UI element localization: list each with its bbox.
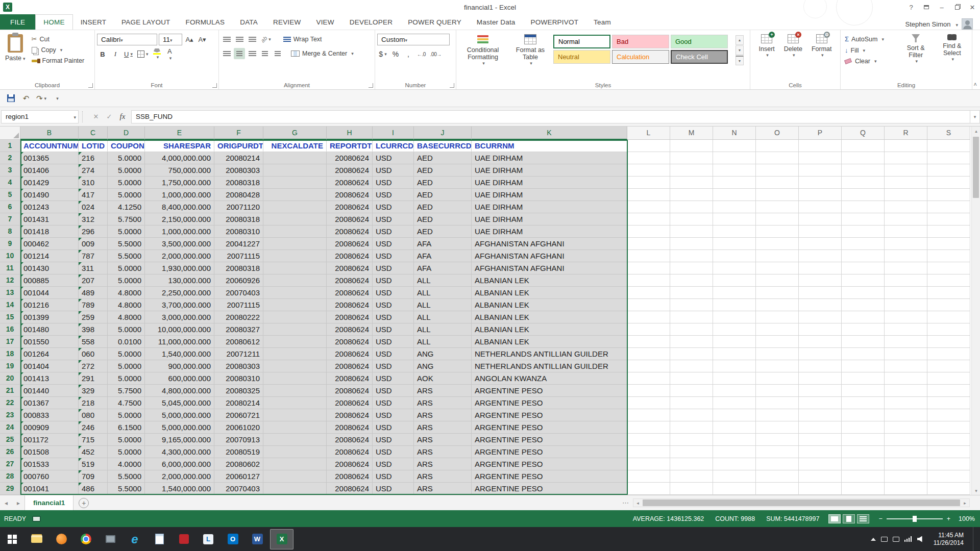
cell[interactable]: 558: [79, 336, 108, 348]
customize-qat-button[interactable]: [50, 92, 63, 105]
cell[interactable]: [842, 274, 885, 287]
cell[interactable]: [799, 311, 842, 323]
cell[interactable]: [263, 336, 327, 348]
cell[interactable]: 001429: [20, 177, 79, 189]
ribbon-tab-view[interactable]: VIEW: [308, 14, 341, 30]
cell[interactable]: USD: [373, 458, 414, 470]
cell[interactable]: 20080624: [327, 287, 373, 299]
cell[interactable]: 1,540,000.000: [145, 483, 214, 495]
row-header-25[interactable]: 25: [0, 434, 20, 446]
cell[interactable]: 5,045,000.000: [145, 397, 214, 409]
cell[interactable]: [263, 152, 327, 164]
cell[interactable]: [627, 360, 670, 372]
cell[interactable]: [927, 287, 970, 299]
cell[interactable]: 1,000,000.000: [145, 189, 214, 201]
cell[interactable]: 5.5000: [108, 250, 145, 262]
cell[interactable]: [927, 189, 970, 201]
cell[interactable]: USD: [373, 201, 414, 213]
cell[interactable]: ALL: [414, 311, 472, 323]
cell[interactable]: [263, 299, 327, 311]
cell[interactable]: [885, 470, 927, 483]
cell[interactable]: 0.0100: [108, 336, 145, 348]
tab-scroll-splitter[interactable]: ⋯: [622, 499, 629, 507]
row-header-16[interactable]: 16: [0, 323, 20, 336]
scroll-left-icon[interactable]: ◂: [633, 499, 642, 507]
row-header-26[interactable]: 26: [0, 446, 20, 458]
cell[interactable]: [927, 372, 970, 385]
cell[interactable]: 20080428: [214, 189, 263, 201]
cell[interactable]: ARS: [414, 446, 472, 458]
cell[interactable]: [263, 348, 327, 360]
column-header-M[interactable]: M: [670, 127, 713, 140]
cell[interactable]: [263, 434, 327, 446]
cell[interactable]: [927, 336, 970, 348]
cell[interactable]: 20080624: [327, 483, 373, 495]
cell[interactable]: [627, 409, 670, 421]
cell[interactable]: 216: [79, 152, 108, 164]
cell[interactable]: [670, 164, 713, 177]
italic-button[interactable]: I: [110, 48, 121, 60]
column-header-E[interactable]: E: [145, 127, 214, 140]
cell[interactable]: 5.0000: [108, 262, 145, 274]
cell[interactable]: [885, 446, 927, 458]
cell[interactable]: [799, 299, 842, 311]
cell[interactable]: [756, 140, 799, 152]
cell[interactable]: [927, 213, 970, 226]
cell[interactable]: 4.8000: [108, 287, 145, 299]
row-header-24[interactable]: 24: [0, 421, 20, 434]
cell[interactable]: 207: [79, 274, 108, 287]
cell[interactable]: 000909: [20, 421, 79, 434]
cell[interactable]: 20080303: [214, 360, 263, 372]
align-right-button[interactable]: [247, 48, 258, 59]
row-header-20[interactable]: 20: [0, 372, 20, 385]
cell[interactable]: [885, 434, 927, 446]
row-header-4[interactable]: 4: [0, 177, 20, 189]
font-size-select[interactable]: 11: [159, 34, 182, 45]
cell[interactable]: [263, 164, 327, 177]
cell[interactable]: [842, 409, 885, 421]
ribbon-tab-formulas[interactable]: FORMULAS: [178, 14, 233, 30]
column-header-D[interactable]: D: [108, 127, 145, 140]
cell[interactable]: 11,000,000.000: [145, 336, 214, 348]
cell[interactable]: [263, 177, 327, 189]
cell[interactable]: [842, 152, 885, 164]
cell[interactable]: ARS: [414, 483, 472, 495]
row-header-17[interactable]: 17: [0, 336, 20, 348]
row-header-21[interactable]: 21: [0, 385, 20, 397]
cell[interactable]: 20080222: [214, 311, 263, 323]
comma-style-button[interactable]: ,: [403, 48, 414, 60]
normal-view-button[interactable]: [828, 514, 841, 523]
cell[interactable]: 4.1250: [108, 201, 145, 213]
cell[interactable]: ALL: [414, 299, 472, 311]
cell[interactable]: USD: [373, 385, 414, 397]
cell[interactable]: [927, 421, 970, 434]
cell[interactable]: 000885: [20, 274, 79, 287]
cell[interactable]: 3,500,000.000: [145, 238, 214, 250]
cell[interactable]: [627, 385, 670, 397]
enter-button[interactable]: ✓: [103, 110, 116, 123]
internet-explorer-icon[interactable]: e: [123, 529, 146, 549]
cell[interactable]: USD: [373, 434, 414, 446]
cell[interactable]: [842, 336, 885, 348]
cell[interactable]: 20060721: [214, 409, 263, 421]
record-macro-icon[interactable]: [32, 516, 41, 522]
cell[interactable]: [756, 434, 799, 446]
cell[interactable]: [263, 409, 327, 421]
cell[interactable]: [927, 201, 970, 213]
cell[interactable]: [885, 348, 927, 360]
cell[interactable]: UAE DIRHAM: [472, 152, 627, 164]
cell[interactable]: [927, 311, 970, 323]
cell[interactable]: 20080624: [327, 152, 373, 164]
cell[interactable]: 1,000,000.000: [145, 226, 214, 238]
align-left-button[interactable]: [221, 48, 232, 59]
insert-function-button[interactable]: fx: [116, 110, 129, 123]
shrink-font-button[interactable]: A▾: [197, 34, 208, 45]
cell[interactable]: [627, 483, 670, 495]
column-header-G[interactable]: G: [263, 127, 327, 140]
cell[interactable]: [263, 372, 327, 385]
cell[interactable]: 20080624: [327, 226, 373, 238]
horizontal-scrollbar[interactable]: ◂ ▸: [633, 498, 970, 507]
cell[interactable]: [627, 250, 670, 262]
cell[interactable]: 274: [79, 164, 108, 177]
cell[interactable]: [842, 360, 885, 372]
